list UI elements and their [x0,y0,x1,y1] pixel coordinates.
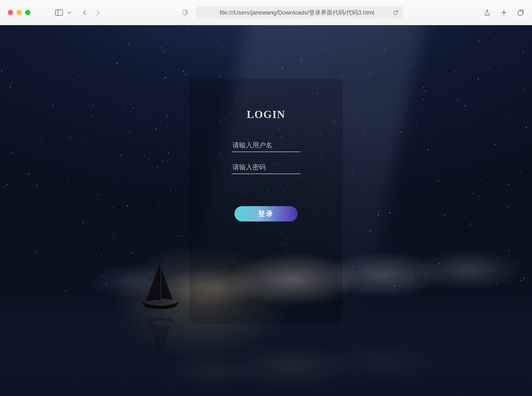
login-card: LOGIN 登录 [189,79,343,323]
svg-rect-2 [518,11,523,15]
tab-overview-icon [517,9,524,16]
chevron-left-icon [82,10,88,16]
tab-overview-button[interactable] [517,9,524,16]
reload-button[interactable] [393,10,399,16]
privacy-shield-button[interactable] [182,9,189,16]
back-button[interactable] [82,10,88,16]
forward-button[interactable] [95,10,101,16]
sailboat-decoration [138,260,183,315]
page-viewport: LOGIN 登录 [0,25,532,396]
username-input[interactable] [231,139,301,152]
navigation-arrows [82,10,101,16]
plus-icon [500,9,507,16]
username-field-wrap [231,139,301,152]
sidebar-dropdown-button[interactable] [67,10,72,15]
login-submit-button[interactable]: 登录 [234,206,298,221]
svg-rect-0 [56,10,63,15]
password-input[interactable] [231,161,301,174]
browser-toolbar: file:///Users/janewang/Downloads/登录界面代码/… [0,0,532,25]
reload-icon [393,10,399,16]
new-tab-button[interactable] [500,9,507,16]
login-title: LOGIN [247,108,285,121]
sidebar-toggle-button[interactable] [55,9,63,16]
chevron-right-icon [95,10,101,16]
shield-icon [182,9,189,16]
sidebar-icon [55,9,63,16]
window-close-button[interactable] [8,10,13,15]
chevron-down-icon [67,10,72,15]
address-bar[interactable]: file:///Users/janewang/Downloads/登录界面代码/… [196,6,403,19]
window-maximize-button[interactable] [25,10,30,15]
password-field-wrap [231,161,301,174]
share-icon [484,9,491,16]
sailboat-reflection-decoration [138,313,183,358]
share-button[interactable] [484,9,491,16]
window-controls [8,10,30,15]
url-text: file:///Users/janewang/Downloads/登录界面代码/… [220,9,374,17]
window-minimize-button[interactable] [17,10,22,15]
